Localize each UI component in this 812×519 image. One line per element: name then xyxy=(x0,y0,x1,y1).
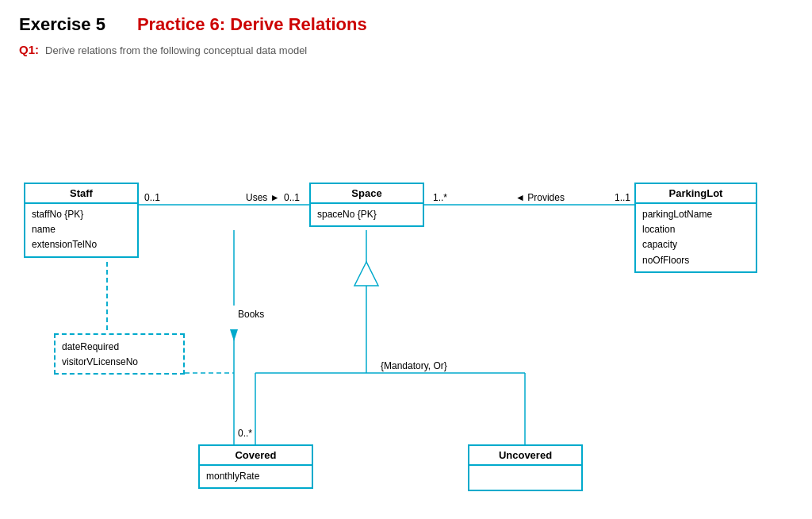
space-attr-1: spaceNo {PK} xyxy=(317,207,416,222)
covered-box-title: Covered xyxy=(200,446,312,466)
space-box-body: spaceNo {PK} xyxy=(311,204,423,225)
books-label: Books xyxy=(238,309,264,320)
parkinglot-attr-2: location xyxy=(642,222,749,237)
covered-box: Covered monthlyRate xyxy=(198,444,313,489)
staff-attr-2: name xyxy=(32,222,131,237)
visitor-box-body: dateRequired visitorVLicenseNo xyxy=(56,335,183,373)
exercise-title: Exercise 5 xyxy=(19,14,105,35)
page-header: Exercise 5 Practice 6: Derive Relations xyxy=(0,0,812,35)
staff-attr-1: staffNo {PK} xyxy=(32,207,131,222)
parkinglot-box-title: ParkingLot xyxy=(636,184,756,204)
svg-marker-10 xyxy=(354,262,378,286)
practice-title: Practice 6: Derive Relations xyxy=(137,14,367,35)
parkinglot-attr-1: parkingLotName xyxy=(642,207,749,222)
parkinglot-box-body: parkingLotName location capacity noOfFlo… xyxy=(636,204,756,271)
books-mult: 0..* xyxy=(238,428,252,439)
staff-attr-3: extensionTelNo xyxy=(32,237,131,252)
visitor-attr-2: visitorVLicenseNo xyxy=(62,355,177,370)
mandatory-or-label: {Mandatory, Or} xyxy=(381,360,447,371)
provides-mult-right: 1..1 xyxy=(615,192,630,203)
provides-label: ◄ Provides xyxy=(515,192,565,203)
uncovered-box-body xyxy=(469,466,581,490)
space-box-title: Space xyxy=(311,184,423,204)
uses-mult-left: 0..1 xyxy=(144,192,160,203)
visitor-attr-1: dateRequired xyxy=(62,340,177,355)
diagram-area: 0..1 Uses ► 0..1 1..* ◄ Provides 1..1 Bo… xyxy=(0,71,812,519)
parkinglot-attr-4: noOfFloors xyxy=(642,253,749,268)
staff-box-title: Staff xyxy=(25,184,137,204)
question-text: Derive relations from the following conc… xyxy=(45,44,307,56)
diagram-svg: 0..1 Uses ► 0..1 1..* ◄ Provides 1..1 Bo… xyxy=(0,71,812,519)
uncovered-box-title: Uncovered xyxy=(469,446,581,466)
uses-mult-right: 0..1 xyxy=(284,192,300,203)
visitor-box: dateRequired visitorVLicenseNo xyxy=(54,333,185,375)
covered-attr-1: monthlyRate xyxy=(206,469,305,484)
staff-box-body: staffNo {PK} name extensionTelNo xyxy=(25,204,137,256)
parkinglot-attr-3: capacity xyxy=(642,237,749,252)
uses-label: Uses ► xyxy=(246,192,280,203)
question-label: Q1: xyxy=(19,43,39,56)
covered-box-body: monthlyRate xyxy=(200,466,312,487)
space-box: Space spaceNo {PK} xyxy=(309,183,424,227)
provides-mult-left: 1..* xyxy=(433,192,447,203)
staff-box: Staff staffNo {PK} name extensionTelNo xyxy=(24,183,139,258)
question-line: Q1: Derive relations from the following … xyxy=(0,35,812,56)
parkinglot-box: ParkingLot parkingLotName location capac… xyxy=(634,183,757,273)
uncovered-box: Uncovered xyxy=(468,444,583,491)
